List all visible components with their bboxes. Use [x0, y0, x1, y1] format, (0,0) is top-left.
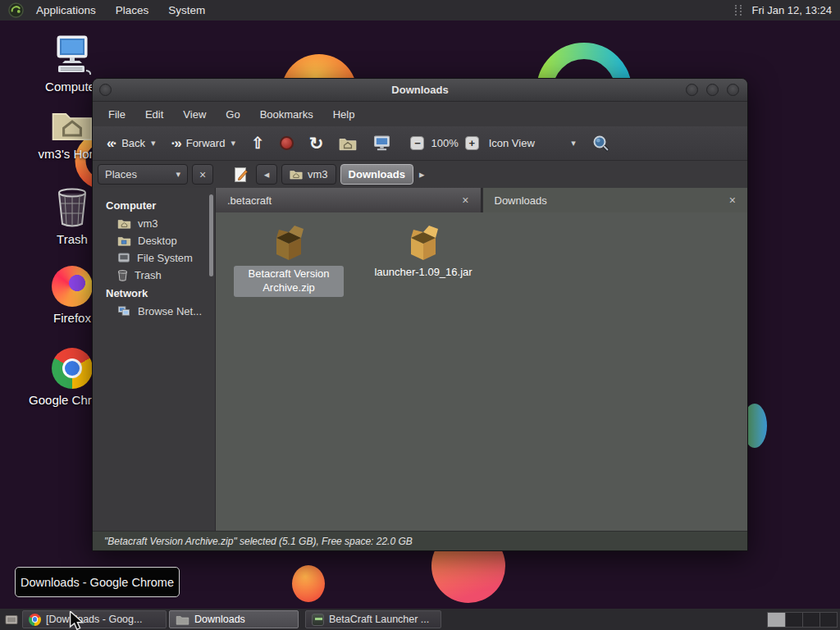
breadcrumb-scroll-left-button[interactable]: ◂	[256, 164, 277, 185]
top-panel: Applications Places System Fri Jan 12, 1…	[0, 0, 840, 21]
archive-icon	[404, 224, 443, 263]
file-betacraft-zip[interactable]: Betacraft Version Archive.zip	[234, 224, 344, 297]
chevron-down-icon[interactable]: ▾	[151, 138, 156, 148]
taskbar: [Downloads - Goog... Downloads BetaCraft…	[0, 609, 840, 630]
view-mode-select[interactable]: Icon View ▾	[483, 133, 582, 153]
taskbar-item-label: [Downloads - Goog...	[46, 614, 142, 625]
forward-label: Forward	[186, 137, 226, 149]
file-launcher-jar[interactable]: launcher-1.09_16.jar	[362, 224, 485, 280]
up-arrow-icon: ⇧	[251, 135, 264, 151]
zoom-in-button[interactable]: +	[465, 136, 479, 150]
computer-icon	[372, 135, 391, 151]
home-icon	[339, 136, 357, 151]
tab-label: .betacraft	[227, 194, 272, 207]
menu-places[interactable]: Places	[108, 2, 157, 18]
sidebar-item-trash[interactable]: Trash	[93, 267, 215, 284]
taskbar-item-label: BetaCraft Launcher ...	[329, 614, 429, 625]
menu-go[interactable]: Go	[217, 105, 249, 124]
places-sidebar: Computer vm3 Desktop	[93, 188, 216, 531]
chevron-left-icon: ◂	[262, 168, 272, 180]
search-button[interactable]	[586, 130, 617, 158]
reload-button[interactable]: ↻	[304, 130, 330, 156]
search-icon	[591, 134, 611, 153]
taskbar-tooltip: Downloads - Google Chrome	[15, 567, 180, 597]
menu-bookmarks[interactable]: Bookmarks	[251, 105, 322, 124]
close-sidebar-button[interactable]: ×	[192, 164, 213, 185]
notification-grip-icon[interactable]	[735, 5, 742, 16]
desktop-icon-label: Firefox	[53, 311, 91, 325]
menu-help[interactable]: Help	[324, 105, 364, 124]
taskbar-item-betacraft[interactable]: BetaCraft Launcher ...	[305, 610, 441, 628]
sidebar-item-desktop[interactable]: Desktop	[93, 232, 215, 249]
desktop-folder-icon	[117, 235, 131, 246]
trash-icon	[53, 187, 91, 228]
file-view[interactable]: Betacraft Version Archive.zip launcher-1…	[216, 212, 747, 531]
up-button[interactable]: ⇧	[245, 131, 270, 155]
places-sidebar-select[interactable]: Places ▾	[98, 164, 188, 185]
menu-file[interactable]: File	[99, 105, 135, 124]
menu-system[interactable]: System	[161, 2, 212, 18]
workspace-1[interactable]	[768, 613, 785, 627]
sidebar-item-file-system[interactable]: File System	[93, 249, 215, 267]
sidebar-section-network: Network	[93, 284, 215, 303]
wallpaper-orange-small-circle	[292, 565, 325, 602]
chevron-right-icon[interactable]: ▸	[418, 168, 427, 180]
zoom-out-button[interactable]: −	[410, 136, 424, 150]
file-name: Betacraft Version Archive.zip	[234, 266, 344, 297]
chrome-icon	[52, 348, 93, 389]
clock[interactable]: Fri Jan 12, 13:24	[751, 4, 832, 16]
content-pane: .betacraft × Downloads ×	[216, 188, 747, 531]
menu-view[interactable]: View	[174, 105, 215, 124]
tab-betacraft[interactable]: .betacraft ×	[216, 188, 482, 212]
workspace-2[interactable]	[785, 613, 802, 627]
back-button[interactable]: «· Back ▾	[101, 131, 162, 156]
window-menu-button[interactable]	[99, 84, 112, 96]
back-icon: «·	[107, 135, 116, 152]
places-label: Places	[105, 168, 137, 180]
home-button[interactable]	[333, 132, 363, 155]
breadcrumb-home[interactable]: vm3	[281, 164, 336, 185]
chevron-down-icon[interactable]: ▾	[231, 138, 235, 148]
sidebar-scrollbar[interactable]	[209, 194, 213, 276]
menu-applications[interactable]: Applications	[29, 2, 103, 18]
sidebar-item-browse-network[interactable]: Browse Net...	[93, 303, 215, 320]
maximize-button[interactable]	[706, 84, 719, 96]
taskbar-item-downloads[interactable]: Downloads	[169, 610, 299, 628]
forward-button[interactable]: ·» Forward ▾	[166, 131, 241, 156]
sidebar-item-vm3[interactable]: vm3	[93, 215, 215, 232]
taskbar-item-chrome[interactable]: [Downloads - Goog...	[22, 610, 167, 628]
distro-menu-icon[interactable]	[8, 2, 24, 18]
workspace-4[interactable]	[819, 613, 837, 627]
location-bar: Places ▾ × ◂ vm3 Downloads ▸	[93, 161, 747, 188]
archive-icon	[269, 224, 308, 263]
workspace-3[interactable]	[802, 613, 819, 627]
titlebar[interactable]: Downloads	[93, 79, 747, 102]
show-desktop-icon	[5, 614, 18, 626]
window-title: Downloads	[93, 84, 747, 96]
tab-downloads[interactable]: Downloads ×	[483, 188, 748, 212]
close-button[interactable]	[727, 84, 739, 96]
edit-location-button[interactable]	[231, 164, 252, 185]
sidebar-item-label: Desktop	[138, 235, 177, 247]
firefox-icon	[52, 266, 93, 307]
betacraft-icon	[312, 614, 324, 626]
minimize-button[interactable]	[686, 84, 698, 96]
home-icon	[290, 169, 303, 180]
taskbar-item-label: Downloads	[194, 614, 245, 625]
sidebar-item-label: Trash	[135, 269, 162, 281]
sidebar-item-label: Browse Net...	[138, 305, 202, 317]
breadcrumb-downloads[interactable]: Downloads	[340, 164, 413, 185]
chrome-icon	[29, 614, 41, 626]
computer-button[interactable]	[367, 131, 397, 155]
close-tab-icon[interactable]: ×	[462, 194, 468, 207]
stop-button[interactable]	[274, 132, 299, 154]
file-manager-window: Downloads File Edit View Go Bookmarks He…	[92, 78, 748, 551]
breadcrumb-label: vm3	[308, 168, 328, 180]
workspace-switcher[interactable]	[767, 612, 838, 628]
show-desktop-button[interactable]	[2, 611, 20, 628]
menu-edit[interactable]: Edit	[136, 105, 172, 124]
tooltip-text: Downloads - Google Chrome	[21, 576, 174, 589]
edit-location-icon	[234, 167, 249, 183]
close-tab-icon[interactable]: ×	[729, 194, 736, 207]
tab-bar: .betacraft × Downloads ×	[216, 188, 747, 212]
